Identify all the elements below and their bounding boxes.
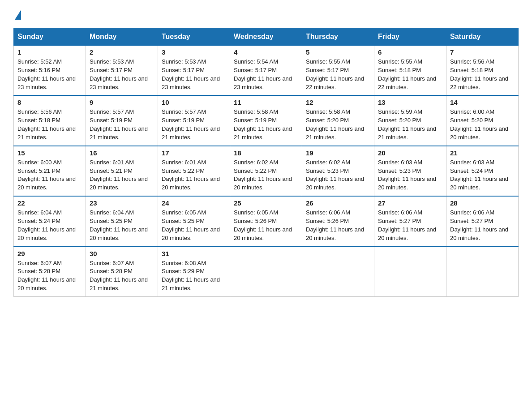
calendar-cell: 18Sunrise: 6:02 AMSunset: 5:22 PMDayligh… (230, 146, 302, 196)
calendar-cell (446, 247, 519, 297)
calendar-cell: 30Sunrise: 6:07 AMSunset: 5:28 PMDayligh… (86, 247, 158, 297)
day-info: Sunrise: 6:06 AMSunset: 5:27 PMDaylight:… (450, 209, 515, 242)
weekday-header-row: SundayMondayTuesdayWednesdayThursdayFrid… (14, 28, 519, 46)
day-number: 1 (17, 48, 82, 56)
day-info: Sunrise: 6:01 AMSunset: 5:21 PMDaylight:… (90, 158, 154, 192)
day-number: 30 (90, 250, 154, 257)
week-row-5: 29Sunrise: 6:07 AMSunset: 5:28 PMDayligh… (14, 247, 519, 297)
calendar-cell: 23Sunrise: 6:04 AMSunset: 5:25 PMDayligh… (86, 196, 158, 246)
day-number: 12 (306, 98, 370, 106)
calendar-cell: 12Sunrise: 5:58 AMSunset: 5:20 PMDayligh… (302, 95, 374, 146)
calendar-cell: 1Sunrise: 5:52 AMSunset: 5:16 PMDaylight… (14, 46, 86, 96)
day-number: 20 (378, 149, 442, 157)
day-number: 7 (450, 48, 515, 56)
weekday-header-sunday: Sunday (14, 28, 86, 46)
calendar-cell: 4Sunrise: 5:54 AMSunset: 5:17 PMDaylight… (230, 46, 302, 96)
day-number: 23 (90, 199, 154, 207)
day-info: Sunrise: 5:55 AMSunset: 5:18 PMDaylight:… (378, 58, 442, 91)
day-number: 27 (378, 199, 442, 207)
calendar-cell: 3Sunrise: 5:53 AMSunset: 5:17 PMDaylight… (158, 46, 230, 96)
weekday-header-friday: Friday (374, 28, 446, 46)
calendar-cell: 20Sunrise: 6:03 AMSunset: 5:23 PMDayligh… (374, 146, 446, 196)
calendar-cell: 14Sunrise: 6:00 AMSunset: 5:20 PMDayligh… (446, 95, 519, 146)
day-info: Sunrise: 6:06 AMSunset: 5:27 PMDaylight:… (378, 209, 442, 242)
day-number: 16 (90, 149, 154, 157)
calendar-cell: 24Sunrise: 6:05 AMSunset: 5:25 PMDayligh… (158, 196, 230, 246)
week-row-4: 22Sunrise: 6:04 AMSunset: 5:24 PMDayligh… (14, 196, 519, 246)
week-row-1: 1Sunrise: 5:52 AMSunset: 5:16 PMDaylight… (14, 46, 519, 96)
calendar-cell: 7Sunrise: 5:56 AMSunset: 5:18 PMDaylight… (446, 46, 519, 96)
weekday-header-monday: Monday (86, 28, 158, 46)
day-info: Sunrise: 5:53 AMSunset: 5:17 PMDaylight:… (90, 58, 154, 91)
day-info: Sunrise: 6:02 AMSunset: 5:23 PMDaylight:… (306, 158, 370, 192)
day-info: Sunrise: 6:07 AMSunset: 5:28 PMDaylight:… (90, 259, 154, 293)
day-info: Sunrise: 6:05 AMSunset: 5:25 PMDaylight:… (162, 209, 226, 242)
day-info: Sunrise: 6:00 AMSunset: 5:20 PMDaylight:… (450, 108, 515, 141)
calendar-cell: 21Sunrise: 6:03 AMSunset: 5:24 PMDayligh… (446, 146, 519, 196)
day-info: Sunrise: 6:01 AMSunset: 5:22 PMDaylight:… (162, 158, 226, 192)
day-info: Sunrise: 6:00 AMSunset: 5:21 PMDaylight:… (17, 158, 82, 192)
day-number: 6 (378, 48, 442, 56)
day-number: 10 (162, 98, 226, 106)
calendar-cell: 5Sunrise: 5:55 AMSunset: 5:17 PMDaylight… (302, 46, 374, 96)
calendar-cell: 19Sunrise: 6:02 AMSunset: 5:23 PMDayligh… (302, 146, 374, 196)
logo (13, 9, 21, 20)
calendar-table: SundayMondayTuesdayWednesdayThursdayFrid… (13, 28, 519, 297)
day-info: Sunrise: 5:58 AMSunset: 5:20 PMDaylight:… (306, 108, 370, 141)
day-info: Sunrise: 6:04 AMSunset: 5:24 PMDaylight:… (17, 209, 82, 242)
day-number: 13 (378, 98, 442, 106)
day-number: 18 (234, 149, 298, 157)
day-number: 26 (306, 199, 370, 207)
day-info: Sunrise: 5:56 AMSunset: 5:18 PMDaylight:… (450, 58, 515, 91)
calendar-cell: 27Sunrise: 6:06 AMSunset: 5:27 PMDayligh… (374, 196, 446, 246)
day-number: 3 (162, 48, 226, 56)
day-number: 25 (234, 199, 298, 207)
calendar-cell: 9Sunrise: 5:57 AMSunset: 5:19 PMDaylight… (86, 95, 158, 146)
calendar-cell: 25Sunrise: 6:05 AMSunset: 5:26 PMDayligh… (230, 196, 302, 246)
day-info: Sunrise: 6:02 AMSunset: 5:22 PMDaylight:… (234, 158, 298, 192)
week-row-2: 8Sunrise: 5:56 AMSunset: 5:18 PMDaylight… (14, 95, 519, 146)
calendar-cell: 17Sunrise: 6:01 AMSunset: 5:22 PMDayligh… (158, 146, 230, 196)
weekday-header-tuesday: Tuesday (158, 28, 230, 46)
day-info: Sunrise: 6:07 AMSunset: 5:28 PMDaylight:… (17, 259, 82, 293)
day-info: Sunrise: 5:57 AMSunset: 5:19 PMDaylight:… (90, 108, 154, 141)
calendar-cell: 15Sunrise: 6:00 AMSunset: 5:21 PMDayligh… (14, 146, 86, 196)
day-number: 11 (234, 98, 298, 106)
calendar-cell: 11Sunrise: 5:58 AMSunset: 5:19 PMDayligh… (230, 95, 302, 146)
calendar-cell: 29Sunrise: 6:07 AMSunset: 5:28 PMDayligh… (14, 247, 86, 297)
calendar-cell: 22Sunrise: 6:04 AMSunset: 5:24 PMDayligh… (14, 196, 86, 246)
calendar-cell: 6Sunrise: 5:55 AMSunset: 5:18 PMDaylight… (374, 46, 446, 96)
day-info: Sunrise: 5:56 AMSunset: 5:18 PMDaylight:… (17, 108, 82, 141)
day-info: Sunrise: 5:59 AMSunset: 5:20 PMDaylight:… (378, 108, 442, 141)
day-info: Sunrise: 6:05 AMSunset: 5:26 PMDaylight:… (234, 209, 298, 242)
day-number: 29 (17, 250, 82, 257)
calendar-cell: 10Sunrise: 5:57 AMSunset: 5:19 PMDayligh… (158, 95, 230, 146)
day-number: 24 (162, 199, 226, 207)
day-info: Sunrise: 5:58 AMSunset: 5:19 PMDaylight:… (234, 108, 298, 141)
day-info: Sunrise: 5:57 AMSunset: 5:19 PMDaylight:… (162, 108, 226, 141)
page-header (13, 9, 519, 20)
day-number: 2 (90, 48, 154, 56)
calendar-cell (302, 247, 374, 297)
weekday-header-thursday: Thursday (302, 28, 374, 46)
day-number: 9 (90, 98, 154, 106)
day-number: 8 (17, 98, 82, 106)
day-info: Sunrise: 6:03 AMSunset: 5:23 PMDaylight:… (378, 158, 442, 192)
day-number: 28 (450, 199, 515, 207)
calendar-cell: 28Sunrise: 6:06 AMSunset: 5:27 PMDayligh… (446, 196, 519, 246)
day-number: 19 (306, 149, 370, 157)
calendar-cell (374, 247, 446, 297)
day-number: 5 (306, 48, 370, 56)
day-info: Sunrise: 5:52 AMSunset: 5:16 PMDaylight:… (17, 58, 82, 91)
day-info: Sunrise: 6:08 AMSunset: 5:29 PMDaylight:… (162, 259, 226, 293)
day-number: 15 (17, 149, 82, 157)
day-info: Sunrise: 6:04 AMSunset: 5:25 PMDaylight:… (90, 209, 154, 242)
calendar-cell: 2Sunrise: 5:53 AMSunset: 5:17 PMDaylight… (86, 46, 158, 96)
calendar-cell: 16Sunrise: 6:01 AMSunset: 5:21 PMDayligh… (86, 146, 158, 196)
calendar-cell: 8Sunrise: 5:56 AMSunset: 5:18 PMDaylight… (14, 95, 86, 146)
logo-triangle-icon (15, 10, 21, 20)
day-info: Sunrise: 6:03 AMSunset: 5:24 PMDaylight:… (450, 158, 515, 192)
day-info: Sunrise: 6:06 AMSunset: 5:26 PMDaylight:… (306, 209, 370, 242)
day-number: 21 (450, 149, 515, 157)
calendar-cell (230, 247, 302, 297)
